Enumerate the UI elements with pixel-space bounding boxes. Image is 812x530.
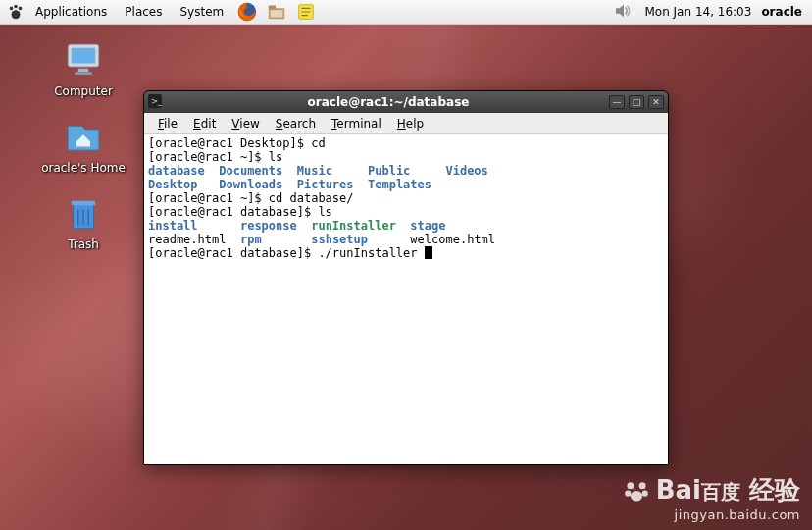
titlebar[interactable]: >_ oracle@rac1:~/database — □ ✕ bbox=[144, 91, 668, 113]
volume-icon[interactable] bbox=[613, 3, 634, 21]
menu-places[interactable]: Places bbox=[117, 2, 170, 22]
menu-file[interactable]: File bbox=[150, 115, 185, 132]
dir: Templates bbox=[368, 178, 431, 191]
svg-point-3 bbox=[19, 7, 23, 11]
home-label: oracle's Home bbox=[41, 161, 126, 175]
menu-view[interactable]: View bbox=[224, 115, 267, 132]
trash-label: Trash bbox=[68, 238, 99, 251]
menubar: File Edit View Search Terminal Help bbox=[144, 113, 668, 134]
svg-rect-12 bbox=[75, 72, 92, 75]
svg-point-21 bbox=[638, 482, 645, 489]
clock[interactable]: Mon Jan 14, 16:03 bbox=[644, 5, 751, 19]
term-line: [oracle@rac1 ~]$ ls bbox=[148, 150, 282, 164]
svg-point-20 bbox=[627, 482, 634, 489]
menu-help[interactable]: Help bbox=[389, 115, 431, 132]
minimize-button[interactable]: — bbox=[609, 95, 625, 109]
dir: Pictures bbox=[297, 178, 354, 191]
svg-point-1 bbox=[10, 7, 14, 11]
window-buttons: — □ ✕ bbox=[609, 95, 664, 109]
user-menu[interactable]: oracle bbox=[761, 5, 806, 19]
svg-text:>_: >_ bbox=[151, 95, 162, 105]
maximize-button[interactable]: □ bbox=[629, 95, 644, 109]
svg-point-0 bbox=[12, 10, 21, 19]
terminal-app-icon: >_ bbox=[148, 94, 164, 111]
trash-bin-icon bbox=[63, 192, 104, 234]
top-panel: Applications Places System Mon Jan 14, 1… bbox=[0, 0, 812, 25]
dir: Downloads bbox=[219, 178, 282, 191]
dir: rpm bbox=[240, 233, 262, 246]
term-line: [oracle@rac1 database]$ ./runInstaller bbox=[148, 246, 425, 260]
dir: Documents bbox=[219, 164, 282, 178]
menu-edit[interactable]: Edit bbox=[185, 115, 224, 132]
wm-text: 经验 bbox=[749, 475, 800, 504]
dir: install bbox=[148, 219, 198, 233]
term-line: [oracle@rac1 Desktop]$ cd bbox=[148, 136, 326, 150]
computer-label: Computer bbox=[54, 84, 113, 98]
dir: Music bbox=[297, 164, 332, 178]
svg-rect-7 bbox=[269, 6, 276, 10]
svg-rect-14 bbox=[72, 201, 96, 205]
dir: sshsetup bbox=[311, 233, 368, 246]
svg-rect-6 bbox=[271, 10, 283, 17]
svg-point-22 bbox=[625, 490, 631, 496]
term-line: [oracle@rac1 ~]$ cd database/ bbox=[148, 191, 354, 205]
panel-right: Mon Jan 14, 16:03 oracle bbox=[613, 3, 806, 21]
svg-rect-11 bbox=[78, 69, 89, 73]
monitor-icon bbox=[63, 39, 104, 80]
svg-point-24 bbox=[631, 491, 642, 502]
menu-terminal[interactable]: Terminal bbox=[324, 115, 389, 132]
window-title: oracle@rac1:~/database bbox=[168, 95, 609, 109]
desktop-background: Applications Places System Mon Jan 14, 1… bbox=[0, 0, 812, 530]
wm-text: Bai bbox=[656, 475, 701, 504]
cursor bbox=[425, 246, 432, 259]
dir: stage bbox=[410, 219, 445, 233]
watermark: Bai百度 经验 jingyan.baidu.com bbox=[623, 473, 800, 522]
paw-icon bbox=[623, 477, 650, 504]
watermark-url: jingyan.baidu.com bbox=[623, 507, 800, 522]
dir: Videos bbox=[445, 164, 487, 178]
menu-system[interactable]: System bbox=[172, 2, 231, 22]
menu-search[interactable]: Search bbox=[268, 115, 324, 132]
file: readme.html bbox=[148, 233, 226, 246]
notes-icon[interactable] bbox=[294, 1, 318, 23]
svg-rect-10 bbox=[72, 48, 96, 64]
dir: response bbox=[240, 219, 297, 233]
menu-applications[interactable]: Applications bbox=[27, 2, 115, 22]
folder-home-icon bbox=[63, 116, 104, 157]
computer-icon[interactable]: Computer bbox=[39, 39, 127, 98]
wm-text: 百度 bbox=[701, 480, 740, 504]
dir: database bbox=[148, 164, 205, 178]
panel-left: Applications Places System bbox=[6, 1, 320, 23]
svg-point-2 bbox=[14, 5, 18, 9]
trash-icon[interactable]: Trash bbox=[39, 192, 127, 251]
terminal-output[interactable]: [oracle@rac1 Desktop]$ cd [oracle@rac1 ~… bbox=[144, 134, 668, 464]
terminal-window: >_ oracle@rac1:~/database — □ ✕ File Edi… bbox=[143, 90, 669, 465]
exe: runInstaller bbox=[311, 219, 396, 233]
firefox-icon[interactable] bbox=[235, 1, 259, 23]
gnome-foot-icon[interactable] bbox=[6, 3, 25, 21]
file-manager-icon[interactable] bbox=[265, 1, 288, 23]
home-folder-icon[interactable]: oracle's Home bbox=[39, 116, 127, 175]
term-line: [oracle@rac1 database]$ ls bbox=[148, 205, 332, 219]
file: welcome.html bbox=[410, 233, 495, 246]
watermark-brand: Bai百度 经验 bbox=[623, 473, 800, 507]
dir: Desktop bbox=[148, 178, 198, 191]
svg-point-23 bbox=[641, 490, 647, 496]
close-button[interactable]: ✕ bbox=[648, 95, 664, 109]
desktop-icons: Computer oracle's Home Trash bbox=[39, 39, 127, 251]
dir: Public bbox=[368, 164, 410, 178]
